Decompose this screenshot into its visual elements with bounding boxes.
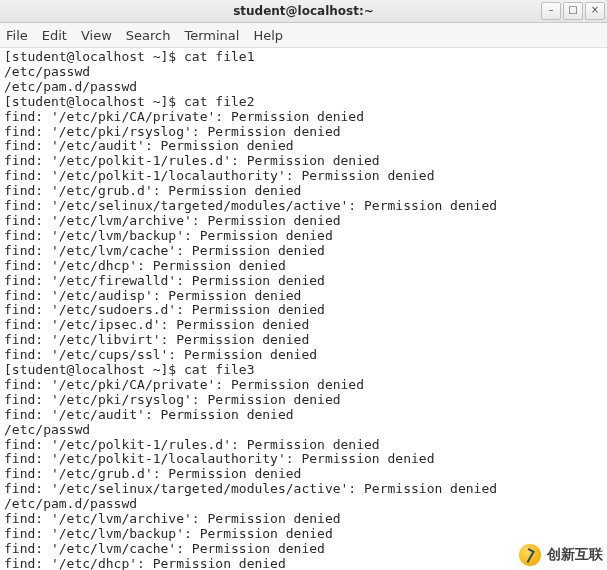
- watermark-text: 创新互联: [547, 546, 603, 564]
- menu-edit[interactable]: Edit: [42, 28, 67, 43]
- menu-terminal[interactable]: Terminal: [184, 28, 239, 43]
- window-title: student@localhost:~: [233, 4, 374, 18]
- minimize-button[interactable]: –: [541, 2, 561, 20]
- close-button[interactable]: ×: [585, 2, 605, 20]
- menu-bar: File Edit View Search Terminal Help: [0, 23, 607, 48]
- window-titlebar: student@localhost:~ – □ ×: [0, 0, 607, 23]
- menu-file[interactable]: File: [6, 28, 28, 43]
- watermark: 创新互联: [519, 544, 603, 566]
- watermark-logo-icon: [519, 544, 541, 566]
- menu-help[interactable]: Help: [253, 28, 283, 43]
- menu-search[interactable]: Search: [126, 28, 171, 43]
- terminal-output[interactable]: [student@localhost ~]$ cat file1 /etc/pa…: [0, 48, 607, 570]
- maximize-button[interactable]: □: [563, 2, 583, 20]
- window-controls: – □ ×: [541, 2, 605, 20]
- menu-view[interactable]: View: [81, 28, 112, 43]
